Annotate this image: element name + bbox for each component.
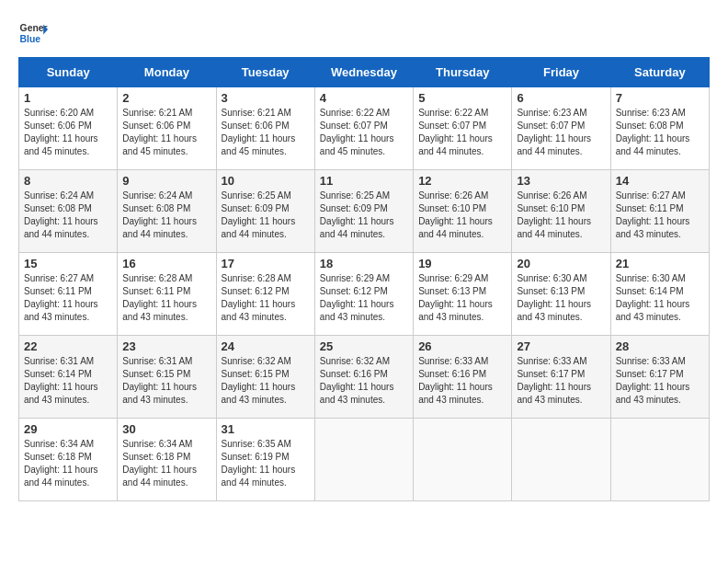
day-info: Sunrise: 6:31 AM Sunset: 6:15 PM Dayligh… — [122, 355, 210, 407]
day-info: Sunrise: 6:30 AM Sunset: 6:13 PM Dayligh… — [517, 272, 605, 324]
day-number: 2 — [122, 91, 210, 105]
day-info: Sunrise: 6:30 AM Sunset: 6:14 PM Dayligh… — [616, 272, 704, 324]
calendar-day-7: 7Sunrise: 6:23 AM Sunset: 6:08 PM Daylig… — [610, 87, 709, 170]
day-number: 24 — [222, 339, 310, 353]
calendar-week-1: 1Sunrise: 6:20 AM Sunset: 6:06 PM Daylig… — [19, 87, 710, 170]
calendar-day-30: 30Sunrise: 6:34 AM Sunset: 6:18 PM Dayli… — [118, 419, 216, 501]
calendar-day-22: 22Sunrise: 6:31 AM Sunset: 6:14 PM Dayli… — [19, 336, 118, 419]
empty-cell — [314, 419, 413, 501]
calendar-day-5: 5Sunrise: 6:22 AM Sunset: 6:07 PM Daylig… — [414, 87, 512, 170]
calendar-day-11: 11Sunrise: 6:25 AM Sunset: 6:09 PM Dayli… — [314, 170, 413, 253]
day-info: Sunrise: 6:24 AM Sunset: 6:08 PM Dayligh… — [24, 190, 112, 241]
calendar-day-15: 15Sunrise: 6:27 AM Sunset: 6:11 PM Dayli… — [19, 253, 118, 336]
day-number: 6 — [517, 91, 605, 105]
calendar-week-2: 8Sunrise: 6:24 AM Sunset: 6:08 PM Daylig… — [19, 170, 710, 253]
day-info: Sunrise: 6:23 AM Sunset: 6:08 PM Dayligh… — [616, 107, 704, 158]
day-number: 23 — [122, 339, 210, 353]
day-info: Sunrise: 6:28 AM Sunset: 6:12 PM Dayligh… — [222, 272, 310, 324]
day-number: 21 — [616, 257, 704, 270]
day-info: Sunrise: 6:26 AM Sunset: 6:10 PM Dayligh… — [517, 190, 605, 241]
calendar-day-1: 1Sunrise: 6:20 AM Sunset: 6:06 PM Daylig… — [19, 87, 118, 170]
day-number: 15 — [24, 257, 112, 270]
header-day-saturday: Saturday — [610, 58, 709, 87]
calendar-day-3: 3Sunrise: 6:21 AM Sunset: 6:06 PM Daylig… — [216, 87, 314, 170]
calendar-day-8: 8Sunrise: 6:24 AM Sunset: 6:08 PM Daylig… — [19, 170, 118, 253]
calendar-day-2: 2Sunrise: 6:21 AM Sunset: 6:06 PM Daylig… — [118, 87, 216, 170]
header-day-wednesday: Wednesday — [314, 58, 413, 87]
calendar-day-27: 27Sunrise: 6:33 AM Sunset: 6:17 PM Dayli… — [512, 336, 610, 419]
day-number: 29 — [24, 422, 112, 436]
header-day-sunday: Sunday — [19, 58, 118, 87]
day-info: Sunrise: 6:24 AM Sunset: 6:08 PM Dayligh… — [122, 190, 210, 241]
calendar-day-4: 4Sunrise: 6:22 AM Sunset: 6:07 PM Daylig… — [314, 87, 413, 170]
calendar-day-10: 10Sunrise: 6:25 AM Sunset: 6:09 PM Dayli… — [216, 170, 314, 253]
day-info: Sunrise: 6:35 AM Sunset: 6:19 PM Dayligh… — [222, 438, 310, 489]
day-number: 9 — [122, 174, 210, 188]
svg-text:Blue: Blue — [20, 34, 41, 44]
calendar-day-9: 9Sunrise: 6:24 AM Sunset: 6:08 PM Daylig… — [118, 170, 216, 253]
empty-cell — [610, 419, 709, 501]
day-info: Sunrise: 6:25 AM Sunset: 6:09 PM Dayligh… — [222, 190, 310, 241]
day-number: 4 — [320, 91, 408, 105]
day-number: 14 — [616, 174, 704, 188]
calendar-day-14: 14Sunrise: 6:27 AM Sunset: 6:11 PM Dayli… — [610, 170, 709, 253]
day-number: 3 — [222, 91, 310, 105]
header-day-friday: Friday — [512, 58, 610, 87]
day-info: Sunrise: 6:28 AM Sunset: 6:11 PM Dayligh… — [122, 272, 210, 324]
calendar-day-16: 16Sunrise: 6:28 AM Sunset: 6:11 PM Dayli… — [118, 253, 216, 336]
day-info: Sunrise: 6:32 AM Sunset: 6:16 PM Dayligh… — [320, 355, 408, 407]
header-day-monday: Monday — [118, 58, 216, 87]
day-info: Sunrise: 6:33 AM Sunset: 6:17 PM Dayligh… — [616, 355, 704, 407]
day-info: Sunrise: 6:27 AM Sunset: 6:11 PM Dayligh… — [24, 272, 112, 324]
calendar-day-28: 28Sunrise: 6:33 AM Sunset: 6:17 PM Dayli… — [610, 336, 709, 419]
calendar-day-26: 26Sunrise: 6:33 AM Sunset: 6:16 PM Dayli… — [414, 336, 512, 419]
day-number: 31 — [222, 422, 310, 436]
day-number: 10 — [222, 174, 310, 188]
calendar-day-31: 31Sunrise: 6:35 AM Sunset: 6:19 PM Dayli… — [216, 419, 314, 501]
calendar-day-18: 18Sunrise: 6:29 AM Sunset: 6:12 PM Dayli… — [314, 253, 413, 336]
calendar-week-5: 29Sunrise: 6:34 AM Sunset: 6:18 PM Dayli… — [19, 419, 710, 501]
calendar-day-19: 19Sunrise: 6:29 AM Sunset: 6:13 PM Dayli… — [414, 253, 512, 336]
calendar-header-row: SundayMondayTuesdayWednesdayThursdayFrid… — [19, 58, 710, 87]
day-info: Sunrise: 6:22 AM Sunset: 6:07 PM Dayligh… — [320, 107, 408, 158]
calendar-week-3: 15Sunrise: 6:27 AM Sunset: 6:11 PM Dayli… — [19, 253, 710, 336]
day-info: Sunrise: 6:20 AM Sunset: 6:06 PM Dayligh… — [24, 107, 112, 158]
page-header: General Blue — [18, 18, 710, 48]
day-number: 16 — [122, 257, 210, 270]
day-number: 7 — [616, 91, 704, 105]
calendar-body: 1Sunrise: 6:20 AM Sunset: 6:06 PM Daylig… — [19, 87, 710, 501]
day-number: 25 — [320, 339, 408, 353]
empty-cell — [414, 419, 512, 501]
day-info: Sunrise: 6:33 AM Sunset: 6:17 PM Dayligh… — [517, 355, 605, 407]
day-info: Sunrise: 6:27 AM Sunset: 6:11 PM Dayligh… — [616, 190, 704, 241]
day-info: Sunrise: 6:26 AM Sunset: 6:10 PM Dayligh… — [418, 190, 506, 241]
logo-icon: General Blue — [18, 18, 48, 48]
day-number: 1 — [24, 91, 112, 105]
header-day-tuesday: Tuesday — [216, 58, 314, 87]
day-number: 19 — [418, 257, 506, 270]
calendar-day-24: 24Sunrise: 6:32 AM Sunset: 6:15 PM Dayli… — [216, 336, 314, 419]
day-info: Sunrise: 6:23 AM Sunset: 6:07 PM Dayligh… — [517, 107, 605, 158]
calendar-day-25: 25Sunrise: 6:32 AM Sunset: 6:16 PM Dayli… — [314, 336, 413, 419]
calendar-week-4: 22Sunrise: 6:31 AM Sunset: 6:14 PM Dayli… — [19, 336, 710, 419]
day-info: Sunrise: 6:34 AM Sunset: 6:18 PM Dayligh… — [122, 438, 210, 489]
day-info: Sunrise: 6:22 AM Sunset: 6:07 PM Dayligh… — [418, 107, 506, 158]
calendar-day-21: 21Sunrise: 6:30 AM Sunset: 6:14 PM Dayli… — [610, 253, 709, 336]
day-number: 27 — [517, 339, 605, 353]
day-number: 5 — [418, 91, 506, 105]
calendar-day-20: 20Sunrise: 6:30 AM Sunset: 6:13 PM Dayli… — [512, 253, 610, 336]
day-number: 8 — [24, 174, 112, 188]
day-info: Sunrise: 6:29 AM Sunset: 6:12 PM Dayligh… — [320, 272, 408, 324]
calendar-day-12: 12Sunrise: 6:26 AM Sunset: 6:10 PM Dayli… — [414, 170, 512, 253]
day-number: 11 — [320, 174, 408, 188]
day-info: Sunrise: 6:29 AM Sunset: 6:13 PM Dayligh… — [418, 272, 506, 324]
calendar-table: SundayMondayTuesdayWednesdayThursdayFrid… — [18, 57, 710, 501]
day-number: 17 — [222, 257, 310, 270]
day-number: 30 — [122, 422, 210, 436]
day-info: Sunrise: 6:25 AM Sunset: 6:09 PM Dayligh… — [320, 190, 408, 241]
day-number: 22 — [24, 339, 112, 353]
header-day-thursday: Thursday — [414, 58, 512, 87]
calendar-day-6: 6Sunrise: 6:23 AM Sunset: 6:07 PM Daylig… — [512, 87, 610, 170]
day-number: 26 — [418, 339, 506, 353]
calendar-day-29: 29Sunrise: 6:34 AM Sunset: 6:18 PM Dayli… — [19, 419, 118, 501]
